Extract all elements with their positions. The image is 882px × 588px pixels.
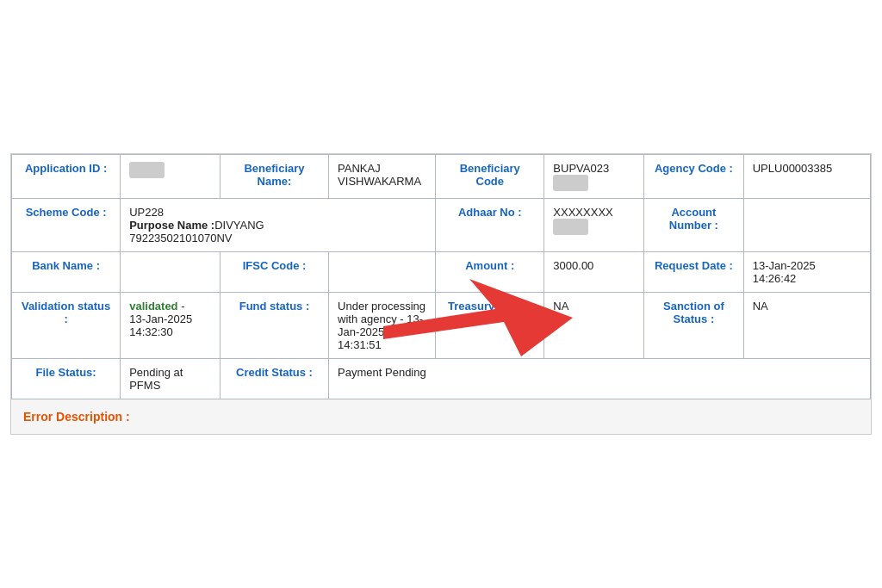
table-row: Scheme Code : UP228 Purpose Name :DIVYAN… bbox=[12, 199, 871, 252]
sanction-status-label: Sanction of Status : bbox=[644, 293, 744, 359]
adhaar-value: XXXXXXXX bbox=[544, 199, 644, 252]
bank-name-label: Bank Name : bbox=[12, 252, 121, 293]
ifsc-value bbox=[329, 252, 436, 293]
error-description-label: Error Description : bbox=[23, 410, 130, 424]
agency-code-value: UPLU00003385 bbox=[743, 155, 870, 199]
main-container: Application ID : Beneficiary Name: PANKA… bbox=[10, 153, 872, 435]
request-date-label: Request Date : bbox=[644, 252, 744, 293]
table-row: Bank Name : IFSC Code : Amount : 3000.00… bbox=[12, 252, 871, 293]
validation-status-label: Validation status : bbox=[12, 293, 121, 359]
beneficiary-name-label: Beneficiary Name: bbox=[220, 155, 328, 199]
account-number-value bbox=[743, 199, 870, 252]
credit-status-value: Payment Pending bbox=[329, 359, 871, 399]
validated-text: validated bbox=[129, 300, 177, 313]
treasury-status-label: Treasury Status : bbox=[436, 293, 544, 359]
application-id-label: Application ID : bbox=[12, 155, 121, 199]
adhaar-label: Adhaar No : bbox=[436, 199, 544, 252]
fund-status-label: Fund status : bbox=[220, 293, 328, 359]
treasury-status-value: NA bbox=[544, 293, 644, 359]
sanction-status-value: NA bbox=[743, 293, 870, 359]
credit-status-label: Credit Status : bbox=[220, 359, 328, 399]
agency-code-label: Agency Code : bbox=[644, 155, 744, 199]
validation-separator: - bbox=[181, 300, 184, 313]
bank-name-value bbox=[121, 252, 220, 293]
purpose-name: Purpose Name :DIVYANG bbox=[129, 219, 426, 232]
account-number-label: Account Number : bbox=[644, 199, 744, 252]
amount-label: Amount : bbox=[436, 252, 544, 293]
ifsc-label: IFSC Code : bbox=[220, 252, 328, 293]
table-wrapper: Application ID : Beneficiary Name: PANKA… bbox=[11, 154, 871, 434]
scheme-code-value: UP228 Purpose Name :DIVYANG 792235021010… bbox=[121, 199, 436, 252]
scheme-code-label: Scheme Code : bbox=[12, 199, 121, 252]
request-date-value: 13-Jan-2025 14:26:42 bbox=[743, 252, 870, 293]
validation-date: 13-Jan-2025 14:32:30 bbox=[129, 313, 211, 338]
beneficiary-code-label: Beneficiary Code bbox=[436, 155, 544, 199]
scheme-code-number: UP228 bbox=[129, 206, 426, 219]
error-description: Error Description : bbox=[11, 399, 871, 434]
beneficiary-code-blurred bbox=[553, 175, 588, 191]
table-row: Validation status : validated - 13-Jan-2… bbox=[12, 293, 871, 359]
file-status-value: Pending at PFMS bbox=[121, 359, 220, 399]
file-status-label: File Status: bbox=[12, 359, 121, 399]
fund-status-value-cell: Under processing with agency - 13-Jan-20… bbox=[329, 293, 436, 359]
beneficiary-name-value: PANKAJ VISHWAKARMA bbox=[329, 155, 436, 199]
fund-status-value: Under processing with agency - 13-Jan-20… bbox=[338, 300, 426, 351]
amount-value: 3000.00 bbox=[544, 252, 644, 293]
details-table: Application ID : Beneficiary Name: PANKA… bbox=[11, 154, 871, 399]
purpose-number: 79223502101070NV bbox=[129, 232, 426, 244]
table-row: Application ID : Beneficiary Name: PANKA… bbox=[12, 155, 871, 199]
validation-status-value: validated - 13-Jan-2025 14:32:30 bbox=[121, 293, 220, 359]
application-id-value bbox=[121, 155, 220, 199]
adhaar-blurred bbox=[553, 219, 588, 235]
table-row: File Status: Pending at PFMS Credit Stat… bbox=[12, 359, 871, 399]
application-id-blurred bbox=[129, 162, 165, 178]
beneficiary-code-value: BUPVA023 bbox=[544, 155, 644, 199]
